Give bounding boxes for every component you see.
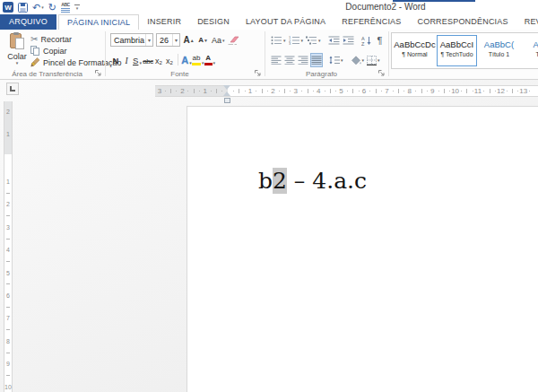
- show-marks-button[interactable]: ¶: [374, 33, 386, 48]
- format-painter-icon: [30, 57, 40, 67]
- font-dialog-launcher[interactable]: [254, 69, 262, 77]
- decrease-indent-button[interactable]: [327, 33, 341, 48]
- bullets-button[interactable]: ▾: [270, 33, 287, 48]
- ruler-number: 1: [4, 179, 13, 185]
- shading-button[interactable]: ▾: [350, 53, 366, 67]
- font-color-caret-icon: ▾: [213, 60, 216, 65]
- divider: [178, 54, 178, 65]
- highlight-icon: ab: [192, 55, 201, 65]
- ruler-number: 5: [339, 87, 343, 95]
- undo-button[interactable]: ↶▾: [32, 2, 44, 13]
- vertical-ruler[interactable]: 2112345678910: [4, 101, 13, 392]
- line-spacing-icon: [329, 56, 340, 65]
- ruler-number: 8: [408, 87, 412, 95]
- ruler-number: 5: [4, 269, 13, 275]
- redo-icon: ↻: [48, 3, 56, 13]
- italic-button[interactable]: I: [121, 53, 132, 66]
- justify-button[interactable]: [310, 53, 323, 67]
- shrink-font-button[interactable]: A▼: [197, 33, 209, 47]
- font-color-button[interactable]: A ▾: [204, 53, 216, 66]
- text-effects-icon: A: [181, 55, 188, 65]
- borders-button[interactable]: ▾: [366, 53, 381, 67]
- borders-icon: [367, 56, 377, 65]
- customize-qat-button[interactable]: ▾: [74, 2, 80, 13]
- word-logo-icon[interactable]: W: [3, 2, 13, 13]
- ruler-number: 12: [497, 87, 505, 95]
- bullets-icon: [271, 36, 282, 45]
- document-page[interactable]: b2 – 4.a.c: [187, 106, 538, 392]
- text-before: b: [258, 168, 273, 194]
- tab-correspondencias[interactable]: CORRESPONDÊNCIAS: [410, 14, 516, 30]
- multilevel-list-icon: [306, 36, 317, 45]
- first-line-indent-marker[interactable]: [223, 85, 230, 90]
- subscript-button[interactable]: x2: [153, 53, 164, 66]
- group-font: Cambria ▾ 26 ▾ A▲ A▼ Aa▾ N: [106, 30, 265, 79]
- paste-caret-icon: ▾: [16, 61, 19, 65]
- save-button[interactable]: [18, 2, 28, 13]
- line-spacing-button[interactable]: ▾: [328, 53, 344, 67]
- ruler-number: 3: [294, 87, 298, 95]
- align-right-button[interactable]: [297, 53, 309, 67]
- clipboard-dialog-launcher[interactable]: [94, 69, 102, 77]
- ruler-number: 1: [204, 87, 207, 95]
- superscript-button[interactable]: x2: [164, 53, 175, 66]
- tab-arquivo[interactable]: ARQUIVO: [0, 14, 56, 30]
- tab-inserir[interactable]: INSERIR: [139, 14, 189, 30]
- font-color-icon: A: [204, 55, 213, 65]
- tab-layout-da-pagina[interactable]: LAYOUT DA PÁGINA: [238, 14, 334, 30]
- font-name-caret-icon: ▾: [145, 34, 152, 46]
- grow-font-button[interactable]: A▲: [183, 33, 195, 47]
- clear-formatting-button[interactable]: [228, 33, 239, 47]
- style-titulo-1[interactable]: AaBbC( Título 1: [479, 35, 519, 66]
- spelling-grammar-button[interactable]: ABC: [61, 2, 70, 13]
- tab-pagina-inicial[interactable]: PÁGINA INICIAL: [58, 14, 139, 30]
- styles-gallery: AaBbCcDc ¶ Normal AaBbCcI ¶ TechTudo AaB…: [391, 32, 538, 69]
- redo-button[interactable]: ↻: [48, 2, 56, 13]
- paste-button[interactable]: Colar ▾: [4, 32, 30, 70]
- tab-referencias[interactable]: REFERÊNCIAS: [334, 14, 409, 30]
- document-text-line[interactable]: b2 – 4.a.c: [258, 168, 367, 194]
- svg-text:Z: Z: [361, 41, 365, 46]
- horizontal-ruler[interactable]: 32112345678910111213: [0, 85, 538, 97]
- ruler-number: 3: [158, 87, 161, 95]
- ruler-number: 9: [4, 361, 13, 367]
- align-center-button[interactable]: [283, 53, 296, 67]
- increase-indent-button[interactable]: [342, 33, 355, 48]
- style-normal[interactable]: AaBbCcDc ¶ Normal: [395, 35, 435, 66]
- font-size-combo[interactable]: 26 ▾: [156, 33, 180, 47]
- customize-qat-icon: ▾: [74, 4, 80, 10]
- svg-text:3: 3: [289, 41, 291, 45]
- style-titulo-2[interactable]: AaB Títu: [521, 35, 538, 66]
- hanging-indent-marker[interactable]: [223, 91, 230, 96]
- underline-button[interactable]: S▾: [132, 53, 143, 66]
- word-window: W ↶▾ ↻ ABC ▾ Documento2 - Word ARQUIVO P…: [0, 0, 538, 392]
- group-styles: AaBbCcDc ¶ Normal AaBbCcI ¶ TechTudo AaB…: [389, 30, 538, 79]
- window-title: Documento2 - Word: [345, 2, 425, 12]
- font-size-value: 26: [160, 36, 169, 45]
- text-effects-button[interactable]: A▾: [181, 53, 192, 66]
- tab-revisao[interactable]: REVISÃO: [516, 14, 538, 30]
- multilevel-caret-icon: ▾: [318, 38, 321, 43]
- ruler-number: 7: [385, 87, 388, 95]
- clipboard-group-label: Área de Transferência: [0, 70, 94, 78]
- shading-caret-icon: ▾: [362, 57, 365, 63]
- ruler-number: 6: [362, 87, 366, 95]
- sort-button[interactable]: AZ: [360, 33, 373, 48]
- numbering-button[interactable]: 123 ▾: [288, 33, 305, 48]
- pilcrow-icon: ¶: [377, 35, 383, 46]
- tab-design[interactable]: DESIGN: [189, 14, 238, 30]
- ruler-number: 2: [4, 109, 13, 115]
- change-case-button[interactable]: Aa▾: [212, 33, 225, 47]
- ribbon: Colar ▾ ✂ Recortar Copiar: [0, 30, 538, 80]
- font-name-combo[interactable]: Cambria ▾: [110, 33, 153, 47]
- ruler-number: 3: [4, 223, 13, 230]
- paragraph-dialog-launcher[interactable]: [377, 69, 386, 77]
- font-size-caret-icon: ▾: [172, 34, 179, 46]
- bold-button[interactable]: N: [110, 53, 121, 66]
- strikethrough-button[interactable]: abc: [143, 53, 153, 66]
- highlight-color-button[interactable]: ab ▾: [192, 53, 204, 66]
- left-indent-marker[interactable]: [224, 98, 230, 103]
- style-techtudo[interactable]: AaBbCcI ¶ TechTudo: [437, 35, 477, 66]
- align-left-button[interactable]: [270, 53, 282, 67]
- multilevel-list-button[interactable]: ▾: [305, 33, 322, 48]
